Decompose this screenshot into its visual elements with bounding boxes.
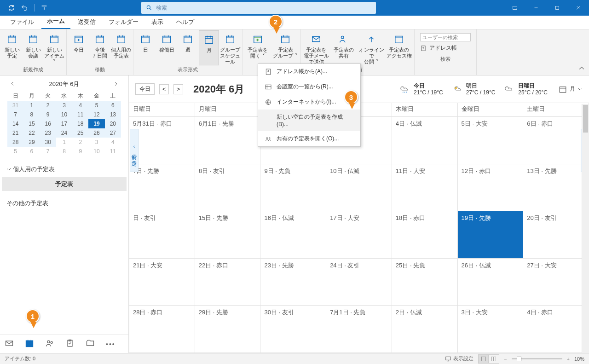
- ribbon-button[interactable]: 今日: [69, 30, 89, 65]
- day-cell[interactable]: 18日 · 赤口: [392, 211, 458, 259]
- minical-title[interactable]: 2020年 6月: [49, 80, 80, 88]
- ribbon-button[interactable]: 予定表のアクセス権: [386, 30, 412, 65]
- ribbon-button[interactable]: 個人用の予定表: [111, 30, 131, 65]
- collapse-ribbon-icon[interactable]: [579, 65, 584, 72]
- weather-item[interactable]: 日曜日25°C / 20°C: [504, 82, 548, 96]
- next-month-button[interactable]: >: [173, 84, 183, 94]
- day-cell[interactable]: 19日 · 先勝: [458, 211, 524, 259]
- ribbon-display-options-icon[interactable]: [504, 0, 525, 16]
- today-button[interactable]: 今日: [135, 83, 155, 95]
- minical-day[interactable]: 24: [56, 128, 72, 138]
- minical-day[interactable]: 4: [105, 138, 121, 147]
- minical-day[interactable]: 11: [105, 147, 121, 156]
- day-cell[interactable]: 10日 · 仏滅: [326, 164, 392, 212]
- zoom-slider[interactable]: [512, 358, 562, 359]
- ribbon-button[interactable]: オンラインで公開 ˅: [358, 30, 385, 65]
- ribbon-button[interactable]: 予定表の共有: [330, 30, 357, 65]
- minical-day[interactable]: 16: [40, 119, 56, 128]
- minical-day[interactable]: 1: [56, 138, 72, 147]
- day-cell[interactable]: 4日 · 仏滅: [392, 117, 458, 164]
- prev-month-button[interactable]: <: [159, 84, 169, 94]
- maximize-icon[interactable]: [547, 0, 568, 16]
- minical-day[interactable]: 18: [72, 119, 88, 128]
- minical-day[interactable]: 5: [88, 101, 104, 110]
- day-cell[interactable]: 25日 · 先負: [392, 259, 458, 306]
- minical-day[interactable]: 25: [72, 128, 88, 138]
- people-module-icon[interactable]: [45, 339, 54, 349]
- minical-day[interactable]: 12: [88, 110, 104, 119]
- display-settings-button[interactable]: 表示設定: [445, 355, 474, 362]
- weather-item[interactable]: 明日27°C / 19°C: [452, 82, 496, 96]
- ribbon-button[interactable]: 日: [135, 30, 156, 65]
- minical-day[interactable]: 1: [23, 101, 40, 110]
- view-picker[interactable]: 月: [559, 85, 583, 93]
- day-cell[interactable]: 6日 · 赤口: [523, 117, 589, 164]
- minical-day[interactable]: 13: [105, 110, 121, 119]
- cal-item-calendar[interactable]: 予定表: [2, 177, 127, 191]
- minical-day[interactable]: 2: [72, 138, 88, 147]
- ribbon-tab[interactable]: ファイル: [5, 15, 40, 29]
- ribbon-button[interactable]: 週: [178, 30, 198, 65]
- day-cell[interactable]: 2日 · 仏滅: [392, 306, 458, 353]
- minical-day[interactable]: 22: [23, 128, 40, 138]
- minical-day[interactable]: 23: [40, 128, 56, 138]
- minical-day[interactable]: 19: [88, 119, 104, 128]
- menu-item[interactable]: 共有の予定表を開く(O)...: [258, 131, 360, 146]
- day-cell[interactable]: 5月31日 · 赤口: [129, 117, 195, 164]
- minical-day[interactable]: 10: [56, 110, 72, 119]
- day-cell[interactable]: 29日 · 先勝: [195, 306, 261, 353]
- day-cell[interactable]: 4日 · 赤口: [523, 306, 589, 353]
- files-module-icon[interactable]: [86, 339, 95, 349]
- ribbon-button[interactable]: 月: [199, 30, 219, 65]
- minical-day[interactable]: 9: [72, 147, 88, 156]
- minical-day[interactable]: 9: [40, 110, 56, 119]
- day-cell[interactable]: 22日 · 赤口: [195, 259, 261, 306]
- view-toggle[interactable]: [478, 354, 499, 364]
- search-box[interactable]: 検索: [141, 2, 376, 14]
- day-cell[interactable]: 17日 · 大安: [326, 211, 392, 259]
- day-cell[interactable]: 11日 · 大安: [392, 164, 458, 212]
- cal-group-personal[interactable]: 個人用の予定表: [2, 162, 127, 177]
- minimize-icon[interactable]: [525, 0, 547, 16]
- view-normal-icon[interactable]: [479, 355, 489, 363]
- user-search-input[interactable]: [420, 33, 471, 41]
- more-modules-icon[interactable]: •••: [106, 341, 115, 348]
- mail-module-icon[interactable]: [5, 339, 14, 349]
- minical-day[interactable]: 11: [72, 110, 88, 119]
- minical-day[interactable]: 28: [7, 138, 23, 147]
- day-cell[interactable]: 28日 · 赤口: [129, 306, 195, 353]
- minical-day[interactable]: 8: [56, 147, 72, 156]
- ribbon-tab[interactable]: 表示: [146, 15, 169, 29]
- minical-day[interactable]: 3: [88, 138, 104, 147]
- minical-day[interactable]: 30: [40, 138, 56, 147]
- minical-day[interactable]: 5: [7, 147, 23, 156]
- day-cell[interactable]: 12日 · 赤口: [458, 164, 524, 212]
- minical-day[interactable]: 21: [7, 128, 23, 138]
- menu-item[interactable]: 新しい空白の予定表を作成(B)...: [258, 110, 360, 131]
- ribbon-button[interactable]: 今後7 日間: [90, 30, 110, 65]
- ribbon-button[interactable]: 新しい会議: [23, 30, 43, 65]
- day-cell[interactable]: 6月1日 · 先勝: [195, 117, 261, 164]
- minical-day[interactable]: 27: [105, 128, 121, 138]
- vertical-scrollbar[interactable]: [582, 104, 589, 353]
- close-icon[interactable]: [568, 0, 589, 16]
- view-reading-icon[interactable]: [489, 355, 499, 363]
- qat-undo-icon[interactable]: [19, 3, 29, 13]
- day-cell[interactable]: 21日 · 大安: [129, 259, 195, 306]
- qat-customize-icon[interactable]: [39, 3, 49, 13]
- day-cell[interactable]: 13日 · 先勝: [523, 164, 589, 212]
- minical-day[interactable]: 26: [88, 128, 104, 138]
- minical-day[interactable]: 29: [23, 138, 40, 147]
- day-cell[interactable]: 日 · 友引: [129, 211, 195, 259]
- ribbon-tab[interactable]: ホーム: [41, 14, 70, 29]
- minical-day[interactable]: 10: [88, 147, 104, 156]
- day-cell[interactable]: 27日 · 大安: [523, 259, 589, 306]
- ribbon-button[interactable]: 予定表を電子メールで送信: [303, 30, 329, 65]
- weather-item[interactable]: 今日21°C / 19°C: [400, 82, 443, 96]
- zoom-in-icon[interactable]: +: [567, 356, 570, 362]
- day-cell[interactable]: 3日 · 大安: [458, 306, 524, 353]
- address-book-button[interactable]: アドレス帳: [420, 44, 471, 52]
- menu-item[interactable]: アドレス帳から(A)...: [258, 64, 360, 79]
- zoom-out-icon[interactable]: −: [504, 356, 507, 362]
- minical-day[interactable]: 6: [23, 147, 40, 156]
